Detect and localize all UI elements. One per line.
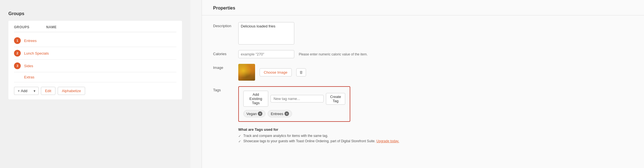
group-badge-1: 1	[14, 37, 21, 44]
groups-section-title: Groups	[8, 11, 182, 16]
actions-bar: + Add ▼ Edit Alphabetize	[14, 87, 176, 95]
image-row: Image Choose Image 🗑	[213, 64, 633, 81]
tags-info-text-2: Showcase tags to your guests with Toast …	[243, 139, 399, 143]
middle-gap	[190, 0, 202, 168]
calories-input[interactable]	[238, 50, 294, 58]
add-dropdown-button[interactable]: ▼	[31, 87, 39, 95]
tags-row: Tags Add Existing Tags Create Tag Vegan …	[213, 86, 633, 144]
calories-content: Please enter numeric caloric value of th…	[238, 50, 633, 58]
group-row-extras: Extras	[14, 72, 176, 82]
tags-top-row: Add Existing Tags Create Tag	[243, 91, 345, 107]
tags-content: Add Existing Tags Create Tag Vegan ✕ Ent…	[238, 86, 633, 144]
check-icon-2: ✓	[238, 139, 241, 143]
left-panel: Groups Groups Name 1 Entrees 2 Lunch Spe…	[0, 0, 190, 168]
tags-info-title: What are Tags used for	[238, 127, 399, 132]
groups-container: Groups Name 1 Entrees 2 Lunch Specials 3…	[8, 21, 182, 99]
plus-icon: +	[18, 89, 20, 93]
tag-chip-entrees-label: Entrees	[271, 112, 283, 116]
add-button[interactable]: + Add	[14, 87, 31, 95]
tag-chip-entrees: Entrees ✕	[268, 110, 292, 117]
tag-chip-vegan-remove[interactable]: ✕	[258, 111, 262, 116]
add-existing-tags-button[interactable]: Add Existing Tags	[243, 91, 268, 107]
groups-table-header: Groups Name	[14, 25, 176, 32]
tags-info-item-1: ✓ Track and compare analytics for items …	[238, 134, 399, 138]
tags-info-text-1: Track and compare analytics for items wi…	[243, 134, 328, 138]
create-tag-button[interactable]: Create Tag	[326, 93, 345, 105]
group-row-3: 3 Sides	[14, 60, 176, 72]
upgrade-link[interactable]: Upgrade today.	[376, 139, 399, 143]
col-name-label: Name	[46, 25, 57, 29]
trash-icon: 🗑	[299, 70, 303, 74]
tags-info-item-2: ✓ Showcase tags to your guests with Toas…	[238, 139, 399, 143]
delete-image-button[interactable]: 🗑	[296, 68, 306, 76]
group-badge-2: 2	[14, 50, 21, 57]
calories-hint: Please enter numeric caloric value of th…	[299, 50, 368, 56]
description-content: Delicious loaded fries	[238, 22, 633, 45]
col-groups-label: Groups	[14, 25, 29, 29]
check-icon-1: ✓	[238, 134, 241, 138]
group-name-entrees[interactable]: Entrees	[24, 39, 37, 43]
group-name-lunch-specials[interactable]: Lunch Specials	[24, 51, 49, 55]
tags-chips: Vegan ✕ Entrees ✕	[243, 110, 345, 117]
group-row-2: 2 Lunch Specials	[14, 47, 176, 60]
right-panel: Properties Description Delicious loaded …	[202, 0, 644, 168]
tag-chip-vegan-label: Vegan	[246, 112, 257, 116]
tag-name-input[interactable]	[270, 95, 324, 102]
groups-section: Groups Groups Name 1 Entrees 2 Lunch Spe…	[0, 6, 190, 105]
group-badge-3: 3	[14, 62, 21, 69]
description-textarea[interactable]: Delicious loaded fries	[238, 22, 294, 45]
description-label: Description	[213, 22, 238, 28]
image-inner	[238, 64, 255, 81]
group-name-sides[interactable]: Sides	[24, 64, 33, 68]
tags-label: Tags	[213, 86, 238, 92]
alphabetize-button[interactable]: Alphabetize	[58, 87, 85, 95]
properties-body: Description Delicious loaded fries Calor…	[202, 15, 644, 157]
group-name-extras[interactable]: Extras	[14, 75, 34, 79]
tag-chip-entrees-remove[interactable]: ✕	[284, 111, 289, 116]
image-content: Choose Image 🗑	[238, 64, 633, 81]
description-row: Description Delicious loaded fries	[213, 22, 633, 45]
group-row-1: 1 Entrees	[14, 34, 176, 47]
tags-info: What are Tags used for ✓ Track and compa…	[238, 127, 399, 144]
image-label: Image	[213, 64, 238, 70]
properties-title: Properties	[202, 6, 644, 15]
calories-label: Calories	[213, 50, 238, 56]
tag-chip-vegan: Vegan ✕	[243, 110, 265, 117]
image-thumbnail	[238, 64, 255, 81]
calories-row: Calories Please enter numeric caloric va…	[213, 50, 633, 58]
tags-container: Add Existing Tags Create Tag Vegan ✕ Ent…	[238, 86, 350, 122]
edit-button[interactable]: Edit	[41, 87, 55, 95]
choose-image-button[interactable]: Choose Image	[260, 68, 292, 76]
add-button-group: + Add ▼	[14, 87, 39, 95]
